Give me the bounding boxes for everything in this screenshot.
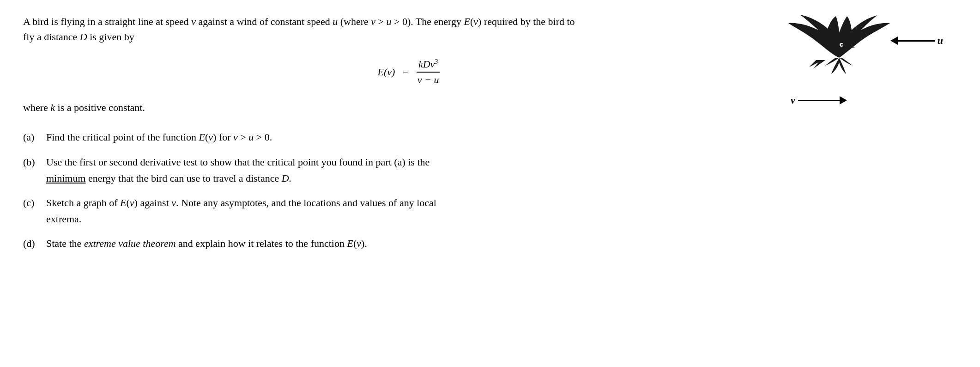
velocity-arrow-line xyxy=(798,100,840,101)
formula-block: E(v) = kDv3 v − u xyxy=(23,58,772,86)
velocity-arrow-right xyxy=(798,96,847,104)
wind-arrow-left xyxy=(890,37,935,45)
question-d-label: (d) xyxy=(23,235,46,251)
minimum-text: minimum xyxy=(46,172,86,184)
question-c-line2: extrema. xyxy=(46,211,957,227)
arrow-head-left-icon xyxy=(890,37,898,45)
question-a-label: (a) xyxy=(23,129,46,145)
svg-point-2 xyxy=(841,44,843,46)
question-b-line1: Use the first or second derivative test … xyxy=(46,154,957,170)
wind-arrow-line xyxy=(898,40,935,42)
formula-lhs: E(v) xyxy=(378,66,395,78)
question-c-label: (c) xyxy=(23,195,46,211)
fraction: kDv3 v − u xyxy=(416,58,441,86)
bird-diagram: u v xyxy=(777,9,943,111)
bird-silhouette xyxy=(786,14,892,88)
velocity-label: v xyxy=(791,94,795,106)
questions-section: (a) Find the critical point of the funct… xyxy=(23,129,957,251)
question-b-label: (b) xyxy=(23,154,46,170)
arrow-head-right-icon xyxy=(840,96,847,104)
bird-diagram-section: u v xyxy=(772,9,948,111)
velocity-arrow: v xyxy=(791,94,847,106)
question-d: (d) State the extreme value theorem and … xyxy=(23,235,957,251)
question-d-text: State the extreme value theorem and expl… xyxy=(46,235,957,251)
intro-paragraph: A bird is flying in a straight line at s… xyxy=(23,14,772,44)
numerator: kDv3 xyxy=(417,58,440,73)
question-a-text: Find the critical point of the function … xyxy=(46,129,957,145)
denominator: v − u xyxy=(416,73,441,86)
question-c: (c) Sketch a graph of E(v) against v. No… xyxy=(23,195,957,227)
svg-point-0 xyxy=(831,40,847,53)
where-text: where k is a positive constant. xyxy=(23,100,772,115)
question-c-text: Sketch a graph of E(v) against v. Note a… xyxy=(46,195,957,227)
wind-arrow: u xyxy=(890,35,943,47)
extreme-value-theorem-text: extreme value theorem xyxy=(84,238,176,249)
question-c-lines: Sketch a graph of E(v) against v. Note a… xyxy=(46,195,957,227)
main-content: A bird is flying in a straight line at s… xyxy=(23,14,957,251)
question-a: (a) Find the critical point of the funct… xyxy=(23,129,957,145)
question-b-lines: Use the first or second derivative test … xyxy=(46,154,957,186)
question-b-line2: minimum energy that the bird can use to … xyxy=(46,170,957,186)
equals-sign: = xyxy=(402,66,408,78)
question-b-text: Use the first or second derivative test … xyxy=(46,154,957,186)
wind-label: u xyxy=(938,35,943,47)
question-c-line1: Sketch a graph of E(v) against v. Note a… xyxy=(46,195,957,211)
question-b: (b) Use the first or second derivative t… xyxy=(23,154,957,186)
